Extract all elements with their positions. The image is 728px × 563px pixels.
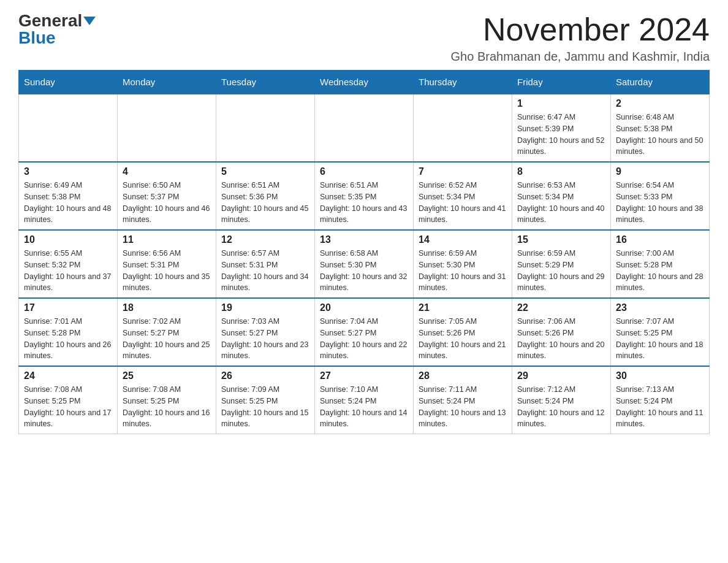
calendar-cell: 22Sunrise: 7:06 AM Sunset: 5:26 PM Dayli…	[512, 298, 611, 366]
day-number: 27	[320, 370, 408, 381]
month-title: November 2024	[451, 12, 710, 47]
day-number: 23	[616, 302, 704, 313]
day-info: Sunrise: 7:08 AM Sunset: 5:25 PM Dayligh…	[24, 384, 112, 430]
calendar-cell: 3Sunrise: 6:49 AM Sunset: 5:38 PM Daylig…	[19, 162, 118, 230]
calendar-cell: 27Sunrise: 7:10 AM Sunset: 5:24 PM Dayli…	[315, 366, 414, 434]
day-info: Sunrise: 6:51 AM Sunset: 5:36 PM Dayligh…	[221, 180, 309, 226]
day-number: 7	[419, 166, 507, 177]
day-info: Sunrise: 7:11 AM Sunset: 5:24 PM Dayligh…	[419, 384, 507, 430]
day-number: 18	[123, 302, 211, 313]
day-number: 5	[221, 166, 309, 177]
day-info: Sunrise: 6:51 AM Sunset: 5:35 PM Dayligh…	[320, 180, 408, 226]
calendar-cell	[19, 94, 118, 162]
weekday-header-thursday: Thursday	[414, 71, 512, 94]
day-number: 1	[517, 98, 605, 109]
calendar-cell: 16Sunrise: 7:00 AM Sunset: 5:28 PM Dayli…	[611, 230, 710, 298]
logo-text: General Blue	[18, 12, 96, 47]
day-info: Sunrise: 7:07 AM Sunset: 5:25 PM Dayligh…	[616, 316, 704, 362]
day-number: 8	[517, 166, 605, 177]
day-number: 29	[517, 370, 605, 381]
day-number: 21	[419, 302, 507, 313]
day-info: Sunrise: 6:47 AM Sunset: 5:39 PM Dayligh…	[517, 112, 605, 158]
day-number: 12	[221, 234, 309, 245]
weekday-header-friday: Friday	[512, 71, 611, 94]
calendar-cell: 1Sunrise: 6:47 AM Sunset: 5:39 PM Daylig…	[512, 94, 611, 162]
calendar-cell: 13Sunrise: 6:58 AM Sunset: 5:30 PM Dayli…	[315, 230, 414, 298]
day-info: Sunrise: 7:13 AM Sunset: 5:24 PM Dayligh…	[616, 384, 704, 430]
calendar-cell: 4Sunrise: 6:50 AM Sunset: 5:37 PM Daylig…	[118, 162, 216, 230]
day-number: 15	[517, 234, 605, 245]
calendar-cell: 30Sunrise: 7:13 AM Sunset: 5:24 PM Dayli…	[611, 366, 710, 434]
calendar-cell: 28Sunrise: 7:11 AM Sunset: 5:24 PM Dayli…	[414, 366, 512, 434]
weekday-header-sunday: Sunday	[19, 71, 118, 94]
calendar-cell: 12Sunrise: 6:57 AM Sunset: 5:31 PM Dayli…	[216, 230, 315, 298]
day-info: Sunrise: 6:59 AM Sunset: 5:30 PM Dayligh…	[419, 248, 507, 294]
day-info: Sunrise: 7:00 AM Sunset: 5:28 PM Dayligh…	[616, 248, 704, 294]
day-number: 30	[616, 370, 704, 381]
day-number: 11	[123, 234, 211, 245]
calendar-cell: 6Sunrise: 6:51 AM Sunset: 5:35 PM Daylig…	[315, 162, 414, 230]
calendar-cell: 21Sunrise: 7:05 AM Sunset: 5:26 PM Dayli…	[414, 298, 512, 366]
calendar-cell	[414, 94, 512, 162]
day-info: Sunrise: 6:59 AM Sunset: 5:29 PM Dayligh…	[517, 248, 605, 294]
week-row-1: 1Sunrise: 6:47 AM Sunset: 5:39 PM Daylig…	[19, 94, 710, 162]
day-info: Sunrise: 6:57 AM Sunset: 5:31 PM Dayligh…	[221, 248, 309, 294]
day-info: Sunrise: 7:01 AM Sunset: 5:28 PM Dayligh…	[24, 316, 112, 362]
day-number: 22	[517, 302, 605, 313]
calendar-cell: 26Sunrise: 7:09 AM Sunset: 5:25 PM Dayli…	[216, 366, 315, 434]
day-number: 9	[616, 166, 704, 177]
logo-general: General	[18, 11, 82, 30]
day-info: Sunrise: 7:03 AM Sunset: 5:27 PM Dayligh…	[221, 316, 309, 362]
calendar-table: SundayMondayTuesdayWednesdayThursdayFrid…	[18, 70, 710, 434]
day-info: Sunrise: 7:06 AM Sunset: 5:26 PM Dayligh…	[517, 316, 605, 362]
weekday-header-saturday: Saturday	[611, 71, 710, 94]
day-number: 6	[320, 166, 408, 177]
calendar-cell: 20Sunrise: 7:04 AM Sunset: 5:27 PM Dayli…	[315, 298, 414, 366]
day-info: Sunrise: 7:08 AM Sunset: 5:25 PM Dayligh…	[123, 384, 211, 430]
weekday-header-monday: Monday	[118, 71, 216, 94]
day-number: 10	[24, 234, 112, 245]
calendar-cell: 9Sunrise: 6:54 AM Sunset: 5:33 PM Daylig…	[611, 162, 710, 230]
calendar-cell: 14Sunrise: 6:59 AM Sunset: 5:30 PM Dayli…	[414, 230, 512, 298]
day-info: Sunrise: 7:04 AM Sunset: 5:27 PM Dayligh…	[320, 316, 408, 362]
day-number: 14	[419, 234, 507, 245]
weekday-header-wednesday: Wednesday	[315, 71, 414, 94]
weekday-header-tuesday: Tuesday	[216, 71, 315, 94]
day-info: Sunrise: 6:56 AM Sunset: 5:31 PM Dayligh…	[123, 248, 211, 294]
calendar-cell: 2Sunrise: 6:48 AM Sunset: 5:38 PM Daylig…	[611, 94, 710, 162]
calendar-cell: 15Sunrise: 6:59 AM Sunset: 5:29 PM Dayli…	[512, 230, 611, 298]
calendar-cell	[118, 94, 216, 162]
day-info: Sunrise: 7:10 AM Sunset: 5:24 PM Dayligh…	[320, 384, 408, 430]
calendar-cell: 17Sunrise: 7:01 AM Sunset: 5:28 PM Dayli…	[19, 298, 118, 366]
day-info: Sunrise: 7:09 AM Sunset: 5:25 PM Dayligh…	[221, 384, 309, 430]
day-number: 4	[123, 166, 211, 177]
logo-triangle-icon	[83, 17, 96, 25]
day-info: Sunrise: 7:05 AM Sunset: 5:26 PM Dayligh…	[419, 316, 507, 362]
day-number: 26	[221, 370, 309, 381]
calendar-cell	[315, 94, 414, 162]
day-info: Sunrise: 6:50 AM Sunset: 5:37 PM Dayligh…	[123, 180, 211, 226]
day-info: Sunrise: 6:52 AM Sunset: 5:34 PM Dayligh…	[419, 180, 507, 226]
calendar-cell: 29Sunrise: 7:12 AM Sunset: 5:24 PM Dayli…	[512, 366, 611, 434]
day-number: 20	[320, 302, 408, 313]
page-header: General Blue November 2024 Gho Brahmanan…	[18, 12, 710, 64]
calendar-cell: 10Sunrise: 6:55 AM Sunset: 5:32 PM Dayli…	[19, 230, 118, 298]
calendar-cell: 8Sunrise: 6:53 AM Sunset: 5:34 PM Daylig…	[512, 162, 611, 230]
day-number: 3	[24, 166, 112, 177]
calendar-cell: 19Sunrise: 7:03 AM Sunset: 5:27 PM Dayli…	[216, 298, 315, 366]
day-info: Sunrise: 6:55 AM Sunset: 5:32 PM Dayligh…	[24, 248, 112, 294]
weekday-header-row: SundayMondayTuesdayWednesdayThursdayFrid…	[19, 71, 710, 94]
day-number: 28	[419, 370, 507, 381]
calendar-cell: 23Sunrise: 7:07 AM Sunset: 5:25 PM Dayli…	[611, 298, 710, 366]
day-info: Sunrise: 6:58 AM Sunset: 5:30 PM Dayligh…	[320, 248, 408, 294]
day-number: 13	[320, 234, 408, 245]
calendar-cell: 5Sunrise: 6:51 AM Sunset: 5:36 PM Daylig…	[216, 162, 315, 230]
day-info: Sunrise: 6:53 AM Sunset: 5:34 PM Dayligh…	[517, 180, 605, 226]
week-row-5: 24Sunrise: 7:08 AM Sunset: 5:25 PM Dayli…	[19, 366, 710, 434]
calendar-cell: 25Sunrise: 7:08 AM Sunset: 5:25 PM Dayli…	[118, 366, 216, 434]
calendar-cell: 18Sunrise: 7:02 AM Sunset: 5:27 PM Dayli…	[118, 298, 216, 366]
calendar-cell: 7Sunrise: 6:52 AM Sunset: 5:34 PM Daylig…	[414, 162, 512, 230]
logo: General Blue	[18, 12, 96, 47]
calendar-cell: 24Sunrise: 7:08 AM Sunset: 5:25 PM Dayli…	[19, 366, 118, 434]
week-row-3: 10Sunrise: 6:55 AM Sunset: 5:32 PM Dayli…	[19, 230, 710, 298]
